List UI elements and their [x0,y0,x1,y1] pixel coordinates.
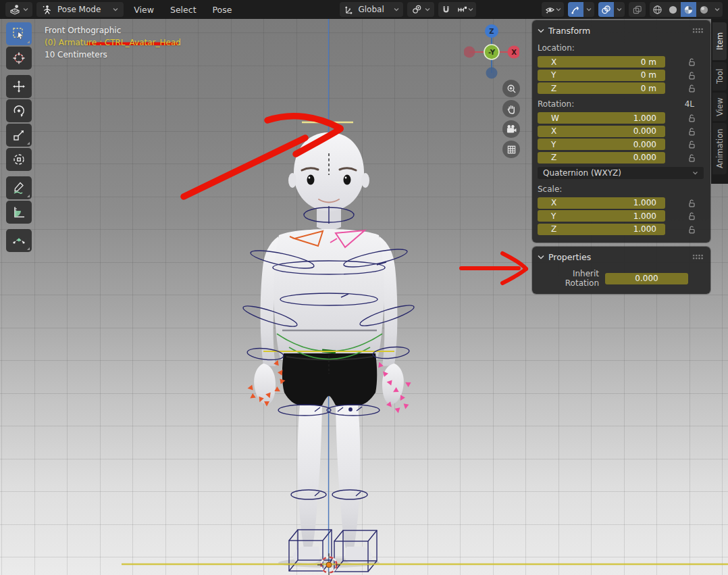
rotation-x-row: X0.000 [538,126,704,137]
show-overlays-toggle[interactable] [598,2,614,17]
chevron-down-icon [113,7,118,11]
editor-type-button[interactable] [5,2,32,17]
chevron-down-icon [468,7,473,11]
pivot-point-dropdown[interactable] [407,2,434,17]
overlays-circles-icon [601,5,611,15]
scale-x-row: X1.000 [538,197,704,209]
tool-scale[interactable] [6,124,32,147]
rotation-w-row: W1.000 [538,112,704,124]
chevron-down-icon [714,7,720,11]
tab-item[interactable]: Item [712,22,727,60]
tool-move[interactable] [6,75,32,98]
lock-icon[interactable] [686,127,697,136]
viewport-text-overlay: Front Orthographic (0) Armature : CTRL_A… [45,24,181,61]
active-object-label: (0) Armature : CTRL_Avatar_Head [45,36,181,49]
xray-toggle[interactable] [629,2,646,17]
lock-icon[interactable] [686,199,697,207]
pan-button[interactable] [502,100,520,118]
transform-panel-header[interactable]: Transform [538,23,704,38]
inherit-rotation-label: Inherit Rotation [538,269,605,288]
location-z-field[interactable]: Z0 m [538,82,665,94]
tab-tool[interactable]: Tool [712,62,727,91]
scale-z-row: Z1.000 [538,224,704,235]
transform-orientation-dropdown[interactable]: Global [340,2,402,17]
location-z-row: Z0 m [538,82,704,94]
transform-panel: Transform Location: X0 m Y0 m Z0 m Rotat… [532,20,710,243]
inherit-rotation-field[interactable]: 0.000 [605,273,688,284]
chevron-down-icon [692,171,698,175]
tool-pose-breakdowner[interactable] [6,229,32,252]
pivot-point-icon [411,4,422,15]
zoom-button[interactable] [502,80,520,97]
shading-dropdown[interactable] [712,2,723,17]
lock-icon[interactable] [686,84,697,93]
tool-annotate[interactable] [6,176,32,199]
toggle-ortho-button[interactable] [502,141,520,158]
shading-rendered-button[interactable] [696,2,712,17]
panel-drag-grip[interactable] [692,28,704,33]
tab-view[interactable]: View [712,93,727,121]
rotation-mode-dropdown[interactable]: Quaternion (WXYZ) [538,167,704,179]
scale-z-field[interactable]: Z1.000 [538,224,665,235]
mode-dropdown[interactable]: Pose Mode [36,2,124,17]
location-x-field[interactable]: X0 m [538,56,665,68]
camera-view-button[interactable] [502,120,520,138]
scale-section-label: Scale: [538,184,704,194]
lock-icon[interactable] [686,57,697,66]
menu-select[interactable]: Select [164,2,203,18]
shading-wireframe-button[interactable] [650,2,665,17]
orientation-label: Global [357,5,390,14]
shading-solid-button[interactable] [665,2,681,17]
rotation-w-field[interactable]: W1.000 [538,112,665,124]
object-visibility-dropdown[interactable] [542,2,564,17]
chevron-down-icon [23,7,28,11]
rotation-y-field[interactable]: Y0.000 [538,139,665,150]
location-y-field[interactable]: Y0 m [538,70,665,81]
axis-negx-ball[interactable] [464,47,475,58]
snap-target-dropdown[interactable] [454,2,476,17]
navigation-axis-gizmo[interactable]: Z -Y X [464,22,519,80]
magnet-icon [441,5,451,15]
rotation-z-field[interactable]: Z0.000 [538,152,665,164]
show-gizmos-toggle[interactable] [568,2,583,17]
chevron-down-icon [617,7,622,11]
gizmos-dropdown[interactable] [583,2,594,17]
scale-x-field[interactable]: X1.000 [538,197,665,209]
axis-negy-label: -Y [488,49,496,56]
tool-transform[interactable] [6,148,32,171]
tool-cursor[interactable] [6,47,32,70]
shading-material-button[interactable] [681,2,696,17]
tool-rotate[interactable] [6,99,32,122]
menu-view[interactable]: View [128,2,160,18]
overlays-dropdown[interactable] [614,2,625,17]
panel-drag-grip[interactable] [692,254,704,259]
location-y-row: Y0 m [538,70,704,81]
rotation-x-field[interactable]: X0.000 [538,126,665,137]
scale-y-field[interactable]: Y1.000 [538,210,665,222]
lock-icon[interactable] [686,71,697,80]
rotation-y-row: Y0.000 [538,139,704,150]
tool-tweak-select[interactable] [6,22,32,45]
snap-toggle[interactable] [438,2,454,17]
chevron-down-icon [394,7,399,11]
visibility-eye-icon [544,5,556,15]
axis-negz-ball[interactable] [486,68,498,79]
properties-panel: Properties Inherit Rotation 0.000 [532,247,710,294]
lock-icon[interactable] [686,114,697,122]
axes-icon [344,5,354,15]
lock-icon[interactable] [686,225,697,234]
panel-title: Properties [548,252,591,262]
mode-label: Pose Mode [55,5,110,14]
lock-icon[interactable] [686,211,697,220]
lock-icon[interactable] [686,153,697,162]
properties-panel-header[interactable]: Properties [538,249,704,264]
lock-icon[interactable] [686,140,697,149]
menu-pose[interactable]: Pose [207,2,238,18]
gizmos-group [568,2,594,17]
location-x-row: X0 m [538,56,704,68]
chevron-down-icon [586,7,592,11]
tab-animation[interactable]: Animation [712,123,727,174]
panel-expand-chevron-icon [538,255,544,259]
tool-measure[interactable] [6,201,32,224]
chevron-down-icon [425,7,430,11]
